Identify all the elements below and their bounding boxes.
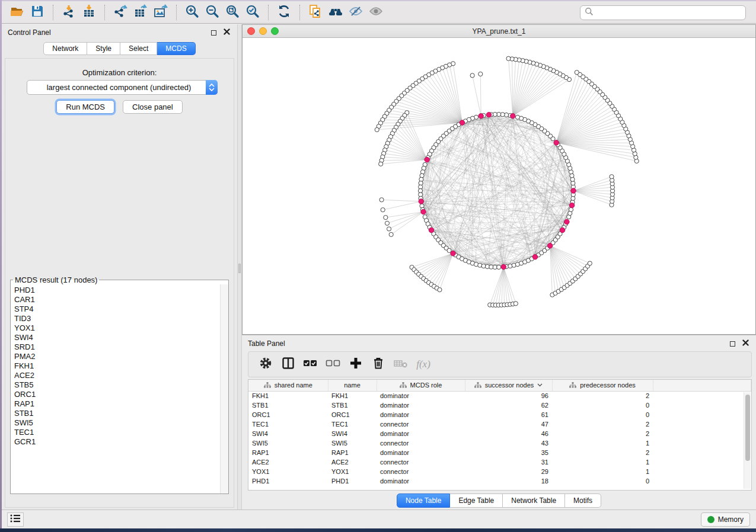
- cell-shared-name[interactable]: STB1: [248, 400, 328, 410]
- cell-predecessors[interactable]: 0: [552, 476, 653, 486]
- cell-name[interactable]: FKH1: [328, 391, 377, 400]
- tab-mcds[interactable]: MCDS: [157, 42, 195, 55]
- dominator-node[interactable]: [486, 113, 491, 117]
- table-row[interactable]: SWI5SWI5connector431: [248, 438, 751, 448]
- zoom-selected-button[interactable]: [243, 4, 263, 21]
- close-table-panel-button[interactable]: [741, 339, 750, 348]
- dominator-node[interactable]: [479, 114, 483, 118]
- cell-filler[interactable]: [653, 438, 751, 448]
- cell-filler[interactable]: [653, 391, 751, 400]
- dominator-node[interactable]: [532, 255, 537, 259]
- mcds-result-item[interactable]: STB1: [14, 409, 220, 418]
- column-header-predecessor-nodes[interactable]: predecessor nodes: [552, 380, 653, 391]
- cell-predecessors[interactable]: 1: [552, 467, 653, 476]
- function-builder-button[interactable]: f(x): [414, 355, 432, 373]
- network-node[interactable]: [506, 56, 511, 60]
- mcds-result-item[interactable]: SWI4: [14, 333, 220, 342]
- network-node[interactable]: [381, 208, 385, 212]
- mcds-result-item[interactable]: TID3: [14, 314, 220, 323]
- run-mcds-button[interactable]: Run MCDS: [56, 100, 114, 114]
- open-file-button[interactable]: [7, 4, 27, 21]
- deselect-all-columns-button[interactable]: [324, 355, 342, 373]
- cell-successors[interactable]: 96: [465, 391, 552, 400]
- network-node[interactable]: [515, 115, 519, 119]
- cell-name[interactable]: STB1: [328, 400, 377, 410]
- network-node[interactable]: [610, 175, 614, 179]
- tab-motifs[interactable]: Motifs: [565, 493, 601, 508]
- network-node[interactable]: [379, 162, 383, 166]
- cell-filler[interactable]: [653, 400, 751, 410]
- table-row[interactable]: PHD1PHD1dominator180: [248, 476, 751, 486]
- network-node[interactable]: [497, 265, 501, 269]
- cell-shared-name[interactable]: RAP1: [248, 448, 328, 457]
- cell-predecessors[interactable]: 2: [552, 429, 653, 438]
- cell-successors[interactable]: 62: [465, 400, 552, 410]
- cell-mcds-role[interactable]: connector: [377, 419, 465, 429]
- cell-shared-name[interactable]: ACE2: [248, 457, 328, 467]
- cell-name[interactable]: SWI4: [328, 429, 377, 438]
- zoom-out-button[interactable]: [202, 4, 222, 21]
- mcds-result-item[interactable]: PHD1: [14, 286, 220, 295]
- close-panel-action-button[interactable]: Close panel: [123, 100, 183, 114]
- export-network-button[interactable]: [110, 4, 130, 21]
- cell-successors[interactable]: 43: [465, 438, 552, 448]
- zoom-in-button[interactable]: [182, 4, 202, 21]
- cell-predecessors[interactable]: 2: [552, 448, 653, 457]
- mcds-result-item[interactable]: STP4: [14, 305, 220, 314]
- dominator-node[interactable]: [501, 264, 506, 269]
- select-all-columns-button[interactable]: [302, 355, 320, 373]
- mcds-result-item[interactable]: STB5: [14, 380, 220, 390]
- cell-name[interactable]: YOX1: [328, 467, 377, 476]
- tab-select[interactable]: Select: [120, 42, 157, 55]
- cell-name[interactable]: PHD1: [328, 476, 377, 486]
- column-header-successor-nodes[interactable]: successor nodes: [465, 380, 552, 391]
- network-node[interactable]: [379, 198, 384, 202]
- network-node[interactable]: [513, 302, 518, 306]
- table-row[interactable]: ORC1ORC1dominator610: [248, 410, 751, 419]
- cell-mcds-role[interactable]: connector: [377, 438, 465, 448]
- show-all-button[interactable]: [366, 4, 386, 21]
- network-node[interactable]: [479, 72, 483, 76]
- search-input[interactable]: [594, 9, 741, 17]
- tab-network-table[interactable]: Network Table: [503, 493, 565, 508]
- cell-mcds-role[interactable]: dominator: [377, 410, 465, 419]
- cell-mcds-role[interactable]: dominator: [377, 391, 465, 400]
- cell-predecessors[interactable]: 1: [552, 457, 653, 467]
- network-canvas[interactable]: [243, 38, 755, 334]
- network-window-titlebar[interactable]: YPA_prune.txt_1: [243, 25, 755, 38]
- dominator-node[interactable]: [511, 114, 515, 118]
- cell-successors[interactable]: 46: [465, 429, 552, 438]
- dominator-node[interactable]: [564, 219, 569, 224]
- save-session-button[interactable]: [27, 4, 47, 21]
- cell-name[interactable]: TEC1: [328, 419, 377, 429]
- cell-filler[interactable]: [653, 429, 751, 438]
- cell-shared-name[interactable]: ORC1: [248, 410, 328, 419]
- network-node[interactable]: [569, 207, 573, 211]
- cell-shared-name[interactable]: SWI5: [248, 438, 328, 448]
- cell-predecessors[interactable]: 1: [552, 438, 653, 448]
- dominator-node[interactable]: [429, 227, 433, 232]
- cell-filler[interactable]: [653, 448, 751, 457]
- mcds-result-item[interactable]: SWI5: [14, 418, 220, 428]
- network-node[interactable]: [375, 127, 379, 132]
- cell-mcds-role[interactable]: connector: [377, 467, 465, 476]
- cell-successors[interactable]: 47: [465, 419, 552, 429]
- network-node[interactable]: [470, 73, 474, 78]
- log-console-button[interactable]: [7, 512, 24, 527]
- dominator-node[interactable]: [421, 209, 426, 214]
- mcds-result-item[interactable]: RAP1: [14, 399, 220, 409]
- network-node[interactable]: [389, 232, 393, 236]
- dominator-node[interactable]: [425, 157, 429, 162]
- cell-successors[interactable]: 31: [465, 457, 552, 467]
- dominator-node[interactable]: [560, 227, 564, 232]
- vertical-splitter[interactable]: [237, 24, 242, 511]
- table-row[interactable]: ACE2ACE2connector311: [248, 457, 751, 467]
- close-panel-button[interactable]: [222, 28, 231, 37]
- cell-predecessors[interactable]: 0: [552, 400, 653, 410]
- cell-mcds-role[interactable]: dominator: [377, 429, 465, 438]
- cell-predecessors[interactable]: 2: [552, 419, 653, 429]
- first-neighbors-button[interactable]: [326, 4, 346, 21]
- network-node[interactable]: [385, 221, 389, 225]
- export-image-button[interactable]: [151, 4, 171, 21]
- new-network-from-selection-button[interactable]: [305, 4, 326, 21]
